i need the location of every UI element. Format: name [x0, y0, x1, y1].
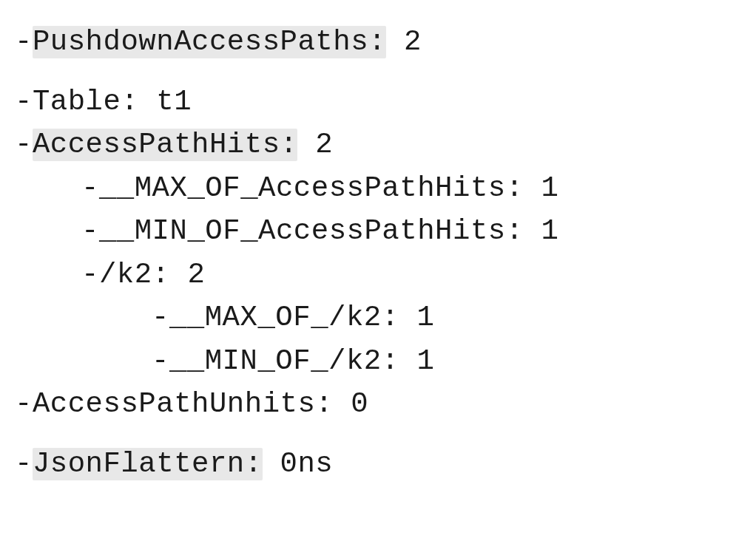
bullet: -	[152, 340, 169, 384]
bullet: -	[15, 123, 33, 167]
text-k2: /k2: 2	[99, 259, 205, 291]
text-min-of-access-path-hits: __MIN_OF_AccessPathHits: 1	[99, 215, 559, 248]
line-table: - Table: t1	[15, 81, 741, 124]
text-max-of-access-path-hits: __MAX_OF_AccessPathHits: 1	[99, 172, 559, 205]
value-pushdown-access-paths: 2	[386, 26, 422, 58]
value-access-path-hits: 2	[297, 129, 333, 161]
bullet: -	[15, 21, 33, 64]
line-max-of-access-path-hits: - __MAX_OF_AccessPathHits: 1	[15, 167, 741, 211]
text-access-path-unhits: AccessPathUnhits: 0	[33, 388, 368, 421]
label-access-path-hits: AccessPathHits:	[33, 129, 298, 161]
line-max-of-k2: - __MAX_OF_/k2: 1	[15, 296, 741, 340]
text-max-of-k2: __MAX_OF_/k2: 1	[169, 302, 435, 334]
line-min-of-access-path-hits: - __MIN_OF_AccessPathHits: 1	[15, 210, 741, 254]
bullet: -	[15, 81, 33, 124]
bullet: -	[81, 254, 99, 297]
line-access-path-hits: - AccessPathHits: 2	[15, 123, 741, 167]
bullet: -	[15, 443, 33, 486]
line-pushdown-access-paths: - PushdownAccessPaths: 2	[15, 21, 741, 64]
metrics-list: - PushdownAccessPaths: 2 - Table: t1 - A…	[0, 0, 756, 506]
line-k2: - /k2: 2	[15, 254, 741, 297]
bullet: -	[81, 167, 99, 211]
line-json-flattern: - JsonFlattern: 0ns	[15, 443, 741, 486]
text-min-of-k2: __MIN_OF_/k2: 1	[169, 345, 435, 378]
value-json-flattern: 0ns	[263, 448, 334, 480]
label-pushdown-access-paths: PushdownAccessPaths:	[33, 26, 386, 58]
bullet: -	[152, 296, 169, 340]
line-access-path-unhits: - AccessPathUnhits: 0	[15, 383, 741, 426]
bullet: -	[81, 210, 99, 254]
line-min-of-k2: - __MIN_OF_/k2: 1	[15, 340, 741, 384]
text-table: Table: t1	[33, 86, 192, 118]
bullet: -	[15, 383, 33, 426]
label-json-flattern: JsonFlattern:	[33, 448, 263, 480]
